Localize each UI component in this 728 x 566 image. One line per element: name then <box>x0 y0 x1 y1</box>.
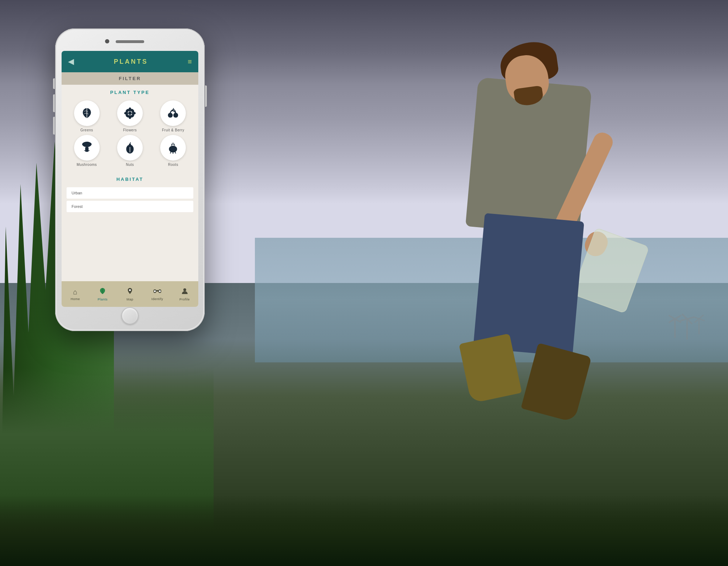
fruit-berry-icon <box>166 106 180 120</box>
nav-map[interactable]: Map <box>116 281 144 307</box>
volume-down-button[interactable] <box>53 117 55 135</box>
bag <box>572 227 650 314</box>
flowers-label: Flowers <box>123 128 137 132</box>
binoculars-icon <box>153 288 161 296</box>
plant-type-title: PLANT TYPE <box>62 85 198 99</box>
svg-rect-23 <box>156 290 158 292</box>
nav-home-label: Home <box>70 297 80 301</box>
flowers-circle <box>117 100 143 126</box>
phone-outer: ◀ PLANTS ≡ FILTER PLANT TYPE <box>55 28 205 331</box>
fruit-berry-circle <box>160 100 186 126</box>
app-title: PLANTS <box>114 58 148 65</box>
roots-label: Roots <box>168 163 178 167</box>
foreground <box>0 495 728 566</box>
filter-header: FILTER <box>62 72 198 85</box>
greens-icon <box>80 106 94 120</box>
map-pin-icon <box>126 288 133 297</box>
leaf-icon <box>99 288 106 297</box>
svg-point-19 <box>169 146 177 152</box>
fruit-berry-label: Fruit & Berry <box>162 128 184 132</box>
nav-home[interactable]: ⌂ Home <box>62 281 89 307</box>
nav-identify[interactable]: Identify <box>143 281 171 307</box>
boot-right <box>521 343 592 423</box>
plant-type-roots[interactable]: Roots <box>153 135 193 167</box>
nav-map-label: Map <box>126 298 133 301</box>
svg-point-11 <box>168 113 173 117</box>
plant-type-grid: Greens <box>62 99 198 172</box>
habitat-title: HABITAT <box>62 172 198 185</box>
bottom-nav: ⌂ Home Plants <box>62 281 198 307</box>
nav-plants[interactable]: Plants <box>89 281 116 307</box>
nuts-circle <box>117 135 143 161</box>
plant-type-fruit-berry[interactable]: Fruit & Berry <box>153 100 193 132</box>
nav-profile-label: Profile <box>179 298 190 301</box>
menu-button[interactable]: ≡ <box>188 58 192 65</box>
mushrooms-label: Mushrooms <box>77 163 97 167</box>
plant-type-nuts[interactable]: Nuts <box>110 135 150 167</box>
windmills <box>674 320 700 340</box>
home-icon: ⌂ <box>73 288 77 296</box>
mushrooms-circle <box>74 135 100 161</box>
svg-point-24 <box>154 290 156 292</box>
power-button[interactable] <box>205 85 207 107</box>
app-header: ◀ PLANTS ≡ <box>62 51 198 72</box>
nav-profile[interactable]: Profile <box>171 281 198 307</box>
plant-type-greens[interactable]: Greens <box>67 100 107 132</box>
mushrooms-icon <box>80 141 94 154</box>
roots-circle <box>160 135 186 161</box>
svg-rect-16 <box>129 144 131 146</box>
phone-speaker <box>116 40 144 43</box>
plant-type-flowers[interactable]: Flowers <box>110 100 150 132</box>
flowers-icon <box>123 106 137 120</box>
person <box>443 28 692 456</box>
app-content: FILTER PLANT TYPE <box>62 72 198 281</box>
svg-point-12 <box>173 113 178 117</box>
volume-up-button[interactable] <box>53 94 55 112</box>
home-button[interactable] <box>121 307 138 324</box>
habitat-list: Urban Forest <box>62 185 198 217</box>
nav-plants-label: Plants <box>98 298 108 301</box>
greens-label: Greens <box>80 128 93 132</box>
roots-icon <box>166 141 180 154</box>
svg-line-17 <box>130 142 131 144</box>
phone-screen: ◀ PLANTS ≡ FILTER PLANT TYPE <box>62 51 198 307</box>
svg-line-13 <box>173 108 174 110</box>
svg-point-25 <box>159 290 161 292</box>
svg-point-0 <box>128 111 132 115</box>
mute-button[interactable] <box>53 78 55 89</box>
front-camera <box>105 39 109 43</box>
phone-bottom-bar <box>121 307 138 325</box>
svg-point-26 <box>183 288 186 291</box>
plant-type-mushrooms[interactable]: Mushrooms <box>67 135 107 167</box>
person-jeans <box>473 213 584 357</box>
nuts-icon <box>123 141 137 154</box>
nav-identify-label: Identify <box>151 297 163 301</box>
greens-circle <box>74 100 100 126</box>
back-button[interactable]: ◀ <box>68 57 74 66</box>
svg-point-20 <box>129 289 131 291</box>
phone-mockup: ◀ PLANTS ≡ FILTER PLANT TYPE <box>55 28 205 331</box>
person-icon <box>181 288 188 297</box>
nuts-label: Nuts <box>126 163 134 167</box>
habitat-forest[interactable]: Forest <box>67 201 193 212</box>
phone-top-bar <box>62 35 198 49</box>
habitat-urban[interactable]: Urban <box>67 187 193 199</box>
